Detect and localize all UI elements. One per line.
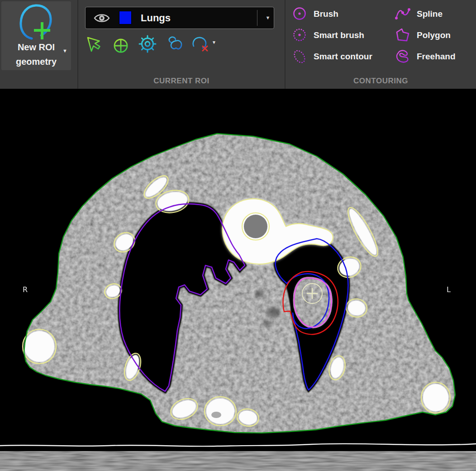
crosshair-circle-icon[interactable] — [113, 38, 129, 54]
eye-visibility-icon[interactable] — [93, 12, 110, 24]
contouring-section: Brush Smart brush Smart contour Spline P… — [286, 0, 476, 89]
polygon-icon[interactable] — [395, 28, 410, 43]
dual-contour-icon[interactable] — [167, 36, 185, 54]
new-roi-label-line1: New ROI — [1, 42, 71, 53]
roi-name-label: Lungs — [141, 7, 171, 29]
smart-brush-icon[interactable] — [292, 28, 307, 43]
contour-delete-icon[interactable] — [192, 36, 211, 54]
polygon-label[interactable]: Polygon — [417, 28, 451, 43]
chevron-down-icon[interactable]: ▼ — [212, 40, 216, 45]
ribbon-toolbar: New ROI geometry ▼ Lungs ▼ — [0, 0, 476, 89]
smart-contour-label[interactable]: Smart contour — [314, 49, 372, 64]
orientation-label-right: R — [23, 285, 28, 294]
divider — [257, 10, 257, 26]
chevron-down-icon[interactable]: ▼ — [262, 7, 274, 29]
current-roi-section: Lungs ▼ — [78, 0, 285, 89]
chevron-down-icon[interactable]: ▼ — [62, 48, 67, 53]
vertebral-canal — [244, 215, 267, 238]
current-roi-section-label: CURRENT ROI — [78, 77, 285, 86]
roi-color-swatch — [119, 11, 132, 24]
gear-icon[interactable] — [138, 34, 157, 54]
roi-selector-dropdown[interactable]: Lungs ▼ — [85, 7, 274, 29]
smart-brush-label[interactable]: Smart brush — [314, 28, 364, 43]
ct-slice: R L — [0, 91, 476, 471]
new-roi-geometry-icon — [19, 4, 55, 42]
orientation-label-left: L — [447, 285, 451, 294]
ct-viewport[interactable]: R L — [0, 91, 476, 471]
smart-contour-icon[interactable] — [292, 49, 307, 64]
new-roi-geometry-button[interactable]: New ROI geometry ▼ — [1, 1, 71, 70]
spline-icon[interactable] — [395, 6, 410, 22]
app-window: New ROI geometry ▼ Lungs ▼ — [0, 0, 476, 471]
bone-marrow-spot — [211, 412, 221, 418]
new-roi-label-line2: geometry — [1, 57, 71, 67]
cursor-arrow-icon[interactable] — [86, 36, 102, 54]
brush-icon[interactable] — [292, 6, 307, 22]
brush-label[interactable]: Brush — [314, 6, 338, 22]
freehand-icon[interactable] — [395, 49, 410, 64]
contouring-section-label: CONTOURING — [286, 77, 476, 86]
spline-label[interactable]: Spline — [417, 6, 443, 22]
freehand-label[interactable]: Freehand — [417, 49, 456, 64]
